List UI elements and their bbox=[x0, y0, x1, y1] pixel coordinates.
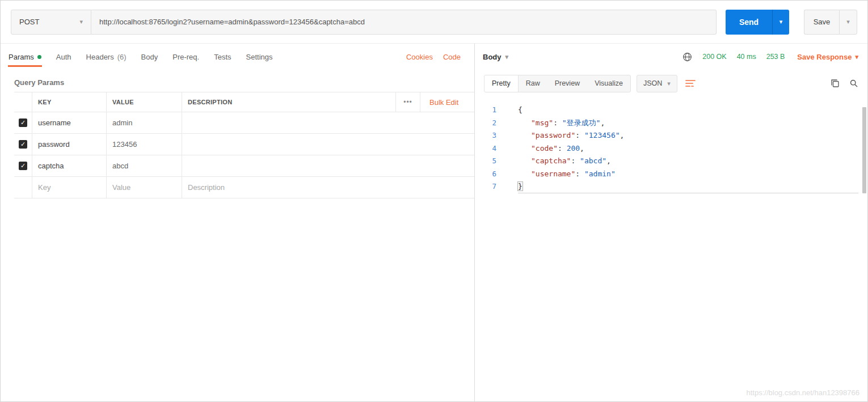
param-checkbox-checked[interactable]: ✓ bbox=[19, 162, 27, 170]
param-row: ✓ captcha abcd bbox=[14, 155, 474, 177]
chevron-down-icon: ▾ bbox=[779, 18, 783, 25]
response-time: 40 ms bbox=[737, 53, 756, 61]
line-number: 1 bbox=[475, 104, 505, 117]
request-links: Cookies Code bbox=[406, 53, 466, 61]
tab-raw[interactable]: Raw bbox=[519, 75, 547, 92]
query-params-header-row: KEY VALUE DESCRIPTION ••• Bulk Edit bbox=[14, 92, 474, 112]
param-description-cell[interactable] bbox=[182, 134, 474, 155]
param-key-cell[interactable]: username bbox=[32, 112, 107, 133]
save-button-group: Save ▾ bbox=[804, 10, 857, 35]
new-param-key-input[interactable]: Key bbox=[32, 177, 107, 198]
param-checkbox-cell: ✓ bbox=[14, 112, 32, 133]
search-icon[interactable] bbox=[849, 79, 858, 88]
response-stats: 200 OK 40 ms 253 B Save Response ▾ bbox=[682, 52, 858, 62]
chevron-down-icon: ▾ bbox=[846, 18, 850, 25]
response-view-bar: Pretty Raw Preview Visualize JSON ▾ bbox=[475, 70, 867, 97]
json-key: "code" bbox=[531, 144, 558, 153]
tab-auth[interactable]: Auth bbox=[56, 44, 71, 70]
json-separator: : bbox=[575, 170, 584, 178]
param-checkbox-checked[interactable]: ✓ bbox=[19, 140, 27, 149]
response-meta-bar: Body ▾ 200 OK 40 ms 253 B bbox=[475, 44, 867, 70]
save-response-label: Save Response bbox=[797, 53, 852, 61]
network-globe-icon[interactable] bbox=[682, 52, 692, 62]
json-key: "msg" bbox=[531, 119, 553, 127]
bulk-edit-button[interactable]: Bulk Edit bbox=[420, 92, 474, 112]
tab-headers-label: Headers bbox=[86, 53, 114, 61]
send-options-caret[interactable]: ▾ bbox=[772, 10, 789, 35]
line-number: 4 bbox=[475, 142, 505, 155]
save-response-button[interactable]: Save Response ▾ bbox=[797, 53, 858, 61]
tab-tests[interactable]: Tests bbox=[214, 44, 231, 70]
param-description-cell[interactable] bbox=[182, 155, 474, 176]
new-param-value-input[interactable]: Value bbox=[107, 177, 182, 198]
json-value: "123456" bbox=[584, 131, 620, 139]
tab-params-label: Params bbox=[9, 53, 34, 61]
response-size: 253 B bbox=[766, 53, 785, 61]
json-value: "登录成功" bbox=[562, 119, 601, 127]
tab-visualize[interactable]: Visualize bbox=[587, 75, 630, 92]
code-link[interactable]: Code bbox=[443, 53, 461, 61]
tab-tests-label: Tests bbox=[214, 53, 231, 61]
code-line: 5 "captcha": "abcd", bbox=[475, 155, 867, 168]
tab-body-label: Body bbox=[141, 53, 158, 61]
headers-count: (6) bbox=[117, 53, 127, 61]
method-select[interactable]: POST ▾ bbox=[11, 10, 91, 35]
param-key-cell[interactable]: password bbox=[32, 134, 107, 155]
code-line: 7 } bbox=[475, 180, 867, 193]
code-line: 3 "password": "123456", bbox=[475, 129, 867, 142]
code-line: 2 "msg": "登录成功", bbox=[475, 117, 867, 130]
tab-params[interactable]: Params bbox=[9, 44, 41, 70]
param-value-cell[interactable]: abcd bbox=[107, 155, 182, 176]
send-button[interactable]: Send bbox=[726, 10, 772, 35]
new-param-description-input[interactable]: Description bbox=[182, 177, 474, 198]
json-open-brace: { bbox=[518, 105, 523, 114]
main-split: Params Auth Headers (6) Body Pre-req. T bbox=[1, 44, 867, 401]
check-icon: ✓ bbox=[20, 120, 26, 126]
param-description-cell[interactable] bbox=[182, 112, 474, 133]
response-body-dropdown[interactable]: Body ▾ bbox=[483, 53, 508, 61]
param-checkbox-cell: ✓ bbox=[14, 155, 32, 176]
param-row: ✓ username admin bbox=[14, 112, 474, 134]
tab-pre-request[interactable]: Pre-req. bbox=[172, 44, 199, 70]
tab-body[interactable]: Body bbox=[141, 44, 158, 70]
url-input[interactable] bbox=[91, 10, 717, 35]
tab-settings-label: Settings bbox=[246, 53, 273, 61]
line-number: 5 bbox=[475, 155, 505, 168]
chevron-down-icon: ▾ bbox=[79, 19, 83, 25]
save-options-caret[interactable]: ▾ bbox=[839, 10, 857, 35]
tab-headers[interactable]: Headers (6) bbox=[86, 44, 127, 70]
json-separator: : bbox=[571, 156, 580, 165]
request-tab-bar: Params Auth Headers (6) Body Pre-req. T bbox=[1, 44, 474, 70]
json-value: "abcd" bbox=[580, 156, 606, 165]
param-row: ✓ password 123456 bbox=[14, 134, 474, 155]
json-comma: , bbox=[620, 131, 625, 139]
param-key-cell[interactable]: captcha bbox=[32, 155, 107, 176]
line-number: 3 bbox=[475, 129, 505, 142]
param-value-cell[interactable]: admin bbox=[107, 112, 182, 133]
tab-settings[interactable]: Settings bbox=[246, 44, 273, 70]
json-key: "password" bbox=[531, 131, 575, 139]
json-key: "username" bbox=[531, 170, 575, 178]
more-options-button[interactable]: ••• bbox=[396, 92, 420, 112]
value-column-header: VALUE bbox=[107, 92, 182, 112]
response-view-tabs: Pretty Raw Preview Visualize bbox=[484, 75, 631, 92]
watermark-text: https://blog.csdn.net/han12398766 bbox=[747, 388, 860, 397]
postman-app: POST ▾ Send ▾ Save ▾ Params Auth bbox=[0, 0, 868, 402]
select-column-header bbox=[14, 92, 32, 112]
request-panel: Params Auth Headers (6) Body Pre-req. T bbox=[1, 44, 475, 401]
response-body-dropdown-label: Body bbox=[483, 53, 502, 61]
cookies-link[interactable]: Cookies bbox=[406, 53, 433, 61]
tab-pretty[interactable]: Pretty bbox=[484, 75, 519, 92]
request-builder-bar: POST ▾ Send ▾ Save ▾ bbox=[1, 1, 867, 44]
copy-icon[interactable] bbox=[831, 79, 840, 88]
code-line: 4 "code": 200, bbox=[475, 142, 867, 155]
vertical-scrollbar[interactable] bbox=[862, 107, 866, 193]
params-indicator-dot bbox=[37, 55, 41, 59]
format-dropdown-label: JSON bbox=[643, 79, 662, 87]
param-checkbox-checked[interactable]: ✓ bbox=[19, 119, 27, 127]
wrap-lines-icon[interactable] bbox=[685, 79, 696, 87]
format-dropdown[interactable]: JSON ▾ bbox=[637, 75, 677, 92]
save-button[interactable]: Save bbox=[804, 10, 839, 35]
param-value-cell[interactable]: 123456 bbox=[107, 134, 182, 155]
tab-preview[interactable]: Preview bbox=[547, 75, 587, 92]
